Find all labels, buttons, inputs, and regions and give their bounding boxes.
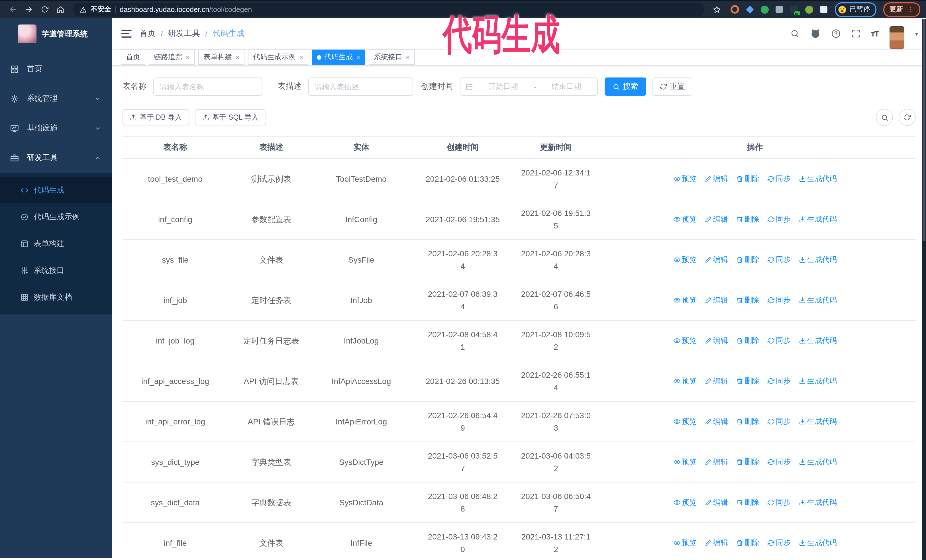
sidebar-item-系统管理[interactable]: 系统管理 bbox=[0, 84, 112, 113]
tab-表单构建[interactable]: 表单构建× bbox=[198, 50, 244, 65]
action-生成代码-link[interactable]: 生成代码 bbox=[799, 294, 837, 306]
table-desc-input[interactable] bbox=[308, 77, 413, 96]
extension-blue-gem-icon[interactable] bbox=[745, 5, 754, 14]
browser-menu-dots-icon[interactable]: ⋮ bbox=[907, 5, 914, 14]
table-name-input[interactable] bbox=[153, 77, 262, 96]
action-生成代码-link[interactable]: 生成代码 bbox=[799, 536, 837, 549]
action-编辑-link[interactable]: 编辑 bbox=[705, 374, 728, 387]
action-同步-link[interactable]: 同步 bbox=[767, 253, 791, 266]
import-sql-button[interactable]: 基于 SQL 导入 bbox=[195, 109, 266, 125]
action-预览-link[interactable]: 预览 bbox=[673, 213, 697, 225]
action-同步-link[interactable]: 同步 bbox=[767, 294, 791, 306]
breadcrumb-devtools[interactable]: 研发工具 bbox=[168, 29, 200, 39]
font-size-icon[interactable]: ᴛT bbox=[871, 29, 879, 38]
sidebar-subitem-系统接口[interactable]: 系统接口 bbox=[0, 257, 112, 284]
action-编辑-link[interactable]: 编辑 bbox=[705, 172, 728, 185]
action-预览-link[interactable]: 预览 bbox=[673, 294, 697, 306]
tab-close-icon[interactable]: × bbox=[356, 53, 360, 61]
action-生成代码-link[interactable]: 生成代码 bbox=[799, 253, 837, 266]
action-同步-link[interactable]: 同步 bbox=[767, 496, 791, 509]
action-删除-link[interactable]: 删除 bbox=[736, 415, 759, 427]
action-删除-link[interactable]: 删除 bbox=[736, 496, 759, 509]
action-删除-link[interactable]: 删除 bbox=[736, 213, 759, 225]
action-同步-link[interactable]: 同步 bbox=[767, 213, 791, 225]
action-同步-link[interactable]: 同步 bbox=[767, 456, 791, 468]
action-预览-link[interactable]: 预览 bbox=[673, 172, 697, 185]
help-icon[interactable] bbox=[831, 29, 840, 38]
sidebar-subitem-数据库文档[interactable]: 数据库文档 bbox=[0, 284, 112, 311]
action-删除-link[interactable]: 删除 bbox=[736, 294, 759, 306]
action-编辑-link[interactable]: 编辑 bbox=[705, 294, 728, 306]
action-生成代码-link[interactable]: 生成代码 bbox=[799, 172, 837, 185]
reset-button[interactable]: 重置 bbox=[652, 77, 692, 96]
avatar-caret-down-icon[interactable]: ▾ bbox=[915, 30, 918, 37]
sidebar-item-基础设施[interactable]: 基础设施 bbox=[0, 113, 112, 143]
action-编辑-link[interactable]: 编辑 bbox=[705, 456, 728, 468]
action-同步-link[interactable]: 同步 bbox=[767, 172, 791, 185]
sidebar-item-研发工具[interactable]: 研发工具 bbox=[0, 143, 112, 173]
extension-gray-grid-icon[interactable] bbox=[775, 5, 784, 14]
action-删除-link[interactable]: 删除 bbox=[736, 172, 759, 185]
tab-系统接口[interactable]: 系统接口× bbox=[369, 50, 415, 65]
action-生成代码-link[interactable]: 生成代码 bbox=[799, 415, 837, 427]
fullscreen-icon[interactable] bbox=[851, 29, 860, 38]
action-编辑-link[interactable]: 编辑 bbox=[705, 253, 728, 266]
action-生成代码-link[interactable]: 生成代码 bbox=[799, 456, 837, 468]
action-生成代码-link[interactable]: 生成代码 bbox=[799, 334, 837, 347]
breadcrumb-home[interactable]: 首页 bbox=[139, 29, 156, 39]
action-预览-link[interactable]: 预览 bbox=[673, 496, 697, 509]
browser-update-button[interactable]: 更新 ⋮ bbox=[883, 2, 920, 17]
github-icon[interactable] bbox=[810, 29, 820, 39]
refresh-table-button[interactable] bbox=[899, 109, 916, 126]
header-search-icon[interactable] bbox=[790, 29, 799, 38]
tab-链路追踪[interactable]: 链路追踪× bbox=[149, 50, 195, 65]
action-预览-link[interactable]: 预览 bbox=[673, 253, 697, 266]
tab-首页[interactable]: 首页 bbox=[121, 50, 145, 65]
bookmark-star-icon[interactable] bbox=[710, 3, 724, 16]
browser-forward-icon[interactable] bbox=[22, 3, 35, 16]
action-预览-link[interactable]: 预览 bbox=[673, 334, 697, 347]
extension-puzzle-icon[interactable] bbox=[819, 5, 828, 14]
action-预览-link[interactable]: 预览 bbox=[673, 536, 697, 549]
browser-reload-icon[interactable] bbox=[38, 3, 51, 16]
action-生成代码-link[interactable]: 生成代码 bbox=[799, 213, 837, 225]
tab-close-icon[interactable]: × bbox=[235, 53, 239, 61]
action-删除-link[interactable]: 删除 bbox=[736, 456, 759, 468]
action-生成代码-link[interactable]: 生成代码 bbox=[799, 374, 837, 387]
sidebar-logo-row[interactable]: 芋道管理系统 bbox=[0, 18, 112, 49]
action-同步-link[interactable]: 同步 bbox=[767, 334, 791, 347]
action-编辑-link[interactable]: 编辑 bbox=[705, 213, 728, 225]
tab-close-icon[interactable]: × bbox=[406, 53, 410, 61]
action-同步-link[interactable]: 同步 bbox=[767, 415, 791, 427]
tab-代码生成[interactable]: 代码生成× bbox=[312, 50, 365, 65]
tab-close-icon[interactable]: × bbox=[186, 53, 190, 61]
action-同步-link[interactable]: 同步 bbox=[767, 374, 791, 387]
user-avatar[interactable] bbox=[890, 26, 904, 49]
sidebar-subitem-代码生成[interactable]: 代码生成 bbox=[0, 177, 112, 203]
show-search-toggle-button[interactable] bbox=[876, 109, 893, 126]
browser-back-icon[interactable] bbox=[6, 3, 20, 16]
action-编辑-link[interactable]: 编辑 bbox=[705, 496, 728, 509]
action-删除-link[interactable]: 删除 bbox=[736, 334, 759, 347]
page-scrollbar[interactable] bbox=[922, 19, 926, 560]
extension-dark-on-icon[interactable]: on bbox=[790, 5, 798, 14]
action-编辑-link[interactable]: 编辑 bbox=[705, 536, 728, 549]
extension-green-check-icon[interactable] bbox=[760, 5, 769, 14]
extension-green-bot-icon[interactable] bbox=[805, 5, 813, 14]
action-删除-link[interactable]: 删除 bbox=[736, 374, 759, 387]
action-同步-link[interactable]: 同步 bbox=[767, 536, 791, 549]
tab-close-icon[interactable]: × bbox=[299, 53, 303, 61]
address-bar[interactable]: 不安全 dashboard.yudao.iocoder.cn/tool/code… bbox=[73, 3, 704, 16]
action-编辑-link[interactable]: 编辑 bbox=[705, 334, 728, 347]
date-range-picker[interactable]: 开始日期 - 结束日期 bbox=[460, 77, 598, 96]
search-button[interactable]: 搜索 bbox=[605, 77, 646, 96]
extension-orange-ring-icon[interactable] bbox=[731, 5, 739, 14]
action-删除-link[interactable]: 删除 bbox=[736, 253, 759, 266]
sidebar-subitem-代码生成示例[interactable]: 代码生成示例 bbox=[0, 203, 112, 230]
action-编辑-link[interactable]: 编辑 bbox=[705, 415, 728, 427]
action-预览-link[interactable]: 预览 bbox=[673, 456, 697, 468]
collapse-sidebar-icon[interactable] bbox=[121, 30, 132, 38]
action-删除-link[interactable]: 删除 bbox=[736, 536, 759, 549]
action-预览-link[interactable]: 预览 bbox=[673, 415, 697, 427]
action-预览-link[interactable]: 预览 bbox=[673, 374, 697, 387]
